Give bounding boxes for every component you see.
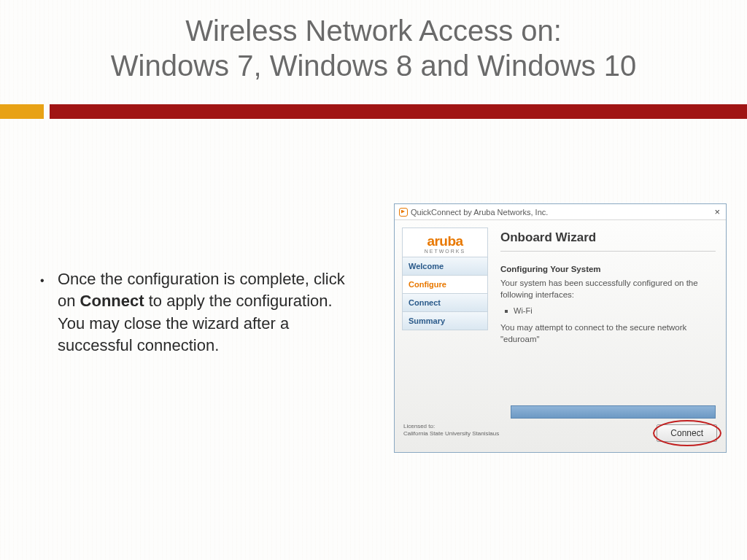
title-line-1: Wireless Network Access on: [0, 13, 747, 48]
connect-button[interactable]: Connect [657, 424, 717, 442]
wizard-message-1: Your system has been successfully config… [500, 278, 716, 300]
nav-welcome[interactable]: Welcome [403, 257, 487, 275]
wizard-heading: Onboard Wizard [500, 230, 716, 252]
onboard-wizard-window: QuickConnect by Aruba Networks, Inc. × a… [394, 203, 727, 453]
instruction-bullet: • Once the configuration is complete, cl… [40, 268, 354, 357]
title-line-2: Windows 7, Windows 8 and Windows 10 [0, 48, 747, 83]
wizard-sidebar: aruba NETWORKS Welcome Configure Connect… [402, 228, 488, 330]
nav-connect[interactable]: Connect [403, 293, 487, 311]
aruba-logo-main: aruba [406, 234, 484, 248]
aruba-logo: aruba NETWORKS [403, 228, 487, 257]
license-info: Licensed to: California State University… [403, 423, 499, 438]
accent-gold [0, 104, 44, 119]
close-icon[interactable]: × [713, 206, 721, 217]
wizard-window-title: QuickConnect by Aruba Networks, Inc. [411, 208, 548, 217]
wizard-subheading: Configuring Your System [500, 265, 716, 273]
license-org: California State University Stanislaus [403, 430, 499, 438]
instruction-bold: Connect [80, 292, 144, 310]
wizard-interface-item: Wi-Fi [500, 306, 716, 315]
instruction-text: Once the configuration is complete, clic… [58, 268, 354, 357]
connect-button-wrap: Connect [657, 424, 717, 442]
aruba-logo-sub: NETWORKS [406, 249, 484, 254]
quickconnect-icon [399, 208, 408, 217]
license-label: Licensed to: [403, 423, 499, 430]
wizard-message-2: You may attempt to connect to the secure… [500, 322, 716, 345]
slide-title: Wireless Network Access on: Windows 7, W… [0, 13, 747, 83]
progress-bar [511, 405, 716, 419]
nav-summary[interactable]: Summary [403, 311, 487, 330]
accent-bar [0, 104, 747, 119]
wizard-main: Onboard Wizard Configuring Your System Y… [500, 230, 716, 351]
bullet-dot-icon: • [40, 273, 44, 289]
accent-red [50, 104, 747, 119]
wizard-titlebar[interactable]: QuickConnect by Aruba Networks, Inc. × [395, 204, 726, 220]
wizard-body: aruba NETWORKS Welcome Configure Connect… [395, 220, 726, 452]
nav-configure[interactable]: Configure [403, 275, 487, 293]
